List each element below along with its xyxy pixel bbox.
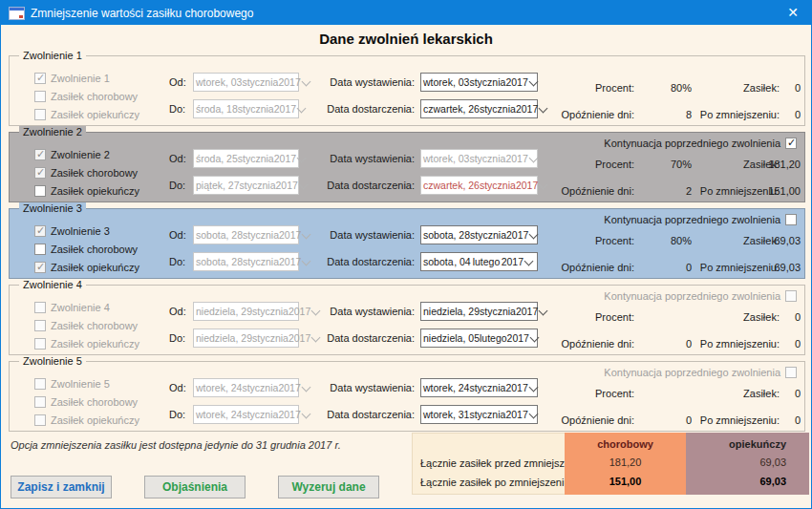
po-zmniejszeniu-value: 151,00 [747,185,801,197]
date-day: wtorek [423,409,453,420]
date-day: sobota [423,256,454,267]
date-year: 2017 [279,256,301,267]
date-num: , 28 [226,229,244,241]
section-title: Zwolnienie 5 [19,355,86,367]
chevron-down-icon [301,77,310,87]
do-label: Do: [169,409,185,420]
date-day: wtorek [196,382,225,393]
data-dostarczenia-select[interactable]: czwartek , 26 stycznia 2017 [420,99,538,118]
date-num: , 29 [235,332,252,344]
date-year: 2017 [502,256,524,267]
do-date-select[interactable]: wtorek , 24 stycznia 2017 [193,405,299,424]
kontynuacja-checkbox[interactable]: Kontynuacja poprzedniego zwolnienia [604,214,797,225]
opoznienie-value: 2 [644,185,692,197]
date-day: wtorek [423,76,453,88]
zasilek-opiekunczy-checkbox[interactable]: Zasiłek opiekuńczy [34,262,139,273]
data-wystawienia-select[interactable]: sobota , 28 stycznia 2017 [420,225,538,244]
date-day: czwartek [423,103,462,115]
close-icon[interactable]: ✕ [782,1,803,25]
zasilek-opiekunczy-checkbox[interactable]: Zasiłek opiekuńczy [34,185,139,197]
data-wystawienia-label: Data wystawienia: [311,76,415,88]
zasilek-opiekunczy-checkbox[interactable]: Zasiłek opiekuńczy [34,414,139,426]
od-date-select[interactable]: środa , 25 stycznia 2017 [193,149,299,168]
date-num: , 24 [453,382,470,393]
do-date-select[interactable]: środa , 18 stycznia 2017 [193,99,299,118]
zasilek-opiekunczy-checkbox[interactable]: Zasiłek opiekuńczy [34,109,139,120]
data-wystawienia-select[interactable]: niedziela , 29 stycznia 2017 [420,302,538,321]
opoznienie-label: Opóźnienie dni: [554,414,634,426]
checkbox-label: Zasiłek chorobowy [51,167,138,179]
page-title: Dane zwolnień lekarskich [1,31,811,47]
date-year: 2017 [278,76,300,88]
od-date-select[interactable]: sobota , 28 stycznia 2017 [193,225,299,244]
chorobowy-przed-value: 181,20 [565,456,686,468]
zwolnienie-checkbox[interactable]: Zwolnienie 2 [34,149,110,160]
objasnienia-button[interactable]: Objaśnienia [144,476,246,498]
data-wystawienia-select[interactable]: wtorek , 24 stycznia 2017 [420,378,538,397]
kontynuacja-checkbox[interactable]: Kontynuacja poprzedniego zwolnienia [604,290,797,302]
zwolnienie-checkbox[interactable]: Zwolnienie 5 [34,378,110,390]
kontynuacja-checkbox[interactable]: Kontynuacja poprzedniego zwolnienia [604,138,797,149]
checkbox-indicator [34,109,46,120]
date-month: stycznia [242,382,278,393]
do-date-select[interactable]: piątek , 27 stycznia 2017 [193,176,299,195]
chevron-down-icon [538,104,547,114]
wyzeruj-dane-button[interactable]: Wyzeruj dane [278,476,379,498]
date-num: , 31 [453,409,470,420]
do-date-select[interactable]: sobota , 28 stycznia 2017 [193,252,299,271]
zasilek-value: 0 [747,82,801,94]
zasilek-chorobowy-checkbox[interactable]: Zasiłek chorobowy [34,244,138,255]
zasilek-chorobowy-checkbox[interactable]: Zasiłek chorobowy [34,396,138,408]
data-dostarczenia-select[interactable]: wtorek , 31 stycznia 2017 [420,405,538,424]
section-title: Zwolnienie 4 [19,279,86,290]
chevron-down-icon [538,180,547,190]
do-date-select[interactable]: niedziela , 29 stycznia 2017 [193,329,299,348]
zasilek-chorobowy-checkbox[interactable]: Zasiłek chorobowy [34,167,138,179]
date-day: sobota [196,256,226,267]
zapisz-i-zamknij-button[interactable]: Zapisz i zamknij [11,476,112,498]
chevron-down-icon [528,383,538,392]
procent-value: 80% [644,82,692,94]
zwolnienie-checkbox[interactable]: Zwolnienie 1 [34,73,110,84]
checkbox-label: Zwolnienie 3 [51,225,110,237]
checkbox-indicator [785,138,797,149]
date-year: 2017 [279,229,301,241]
od-date-select[interactable]: wtorek , 03 stycznia 2017 [193,73,299,92]
od-date-select[interactable]: wtorek , 24 stycznia 2017 [193,378,299,397]
checkbox-indicator [785,367,797,378]
po-zmniejszeniu-value: 69,03 [747,262,801,273]
chorobowy-column: chorobowy 181,20 151,00 [565,433,686,495]
checkbox-label: Kontynuacja poprzedniego zwolnienia [604,290,780,302]
data-wystawienia-label: Data wystawienia: [311,153,415,164]
date-num: , 25 [221,153,238,164]
app-icon [9,7,25,20]
zasilek-opiekunczy-checkbox[interactable]: Zasiłek opiekuńczy [34,338,139,350]
zasilek-chorobowy-checkbox[interactable]: Zasiłek chorobowy [34,91,138,102]
chevron-down-icon [529,333,539,343]
procent-label: Procent: [554,159,634,170]
zasilek-value: 0 [747,311,801,323]
date-year: 2017 [278,382,300,393]
data-dostarczenia-select[interactable]: niedziela , 05 lutego 2017 [420,329,538,348]
window-title: Zmniejszenie wartości zasiłku choroboweg… [31,7,253,20]
po-zmniejszeniu-value: 0 [747,414,801,426]
date-month: stycznia [480,180,516,191]
date-year: 2017 [505,76,527,88]
data-wystawienia-select[interactable]: wtorek , 03 stycznia 2017 [420,149,538,168]
checkbox-indicator [785,214,797,225]
od-date-select[interactable]: niedziela , 29 stycznia 2017 [193,302,299,321]
data-wystawienia-select[interactable]: wtorek , 03 stycznia 2017 [420,73,538,92]
date-day: niedziela [196,306,235,317]
kontynuacja-checkbox[interactable]: Kontynuacja poprzedniego zwolnienia [604,367,797,378]
date-year: 2017 [288,306,310,317]
data-dostarczenia-select[interactable]: czwartek , 26 stycznia 2017 [420,176,538,195]
zasilek-chorobowy-checkbox[interactable]: Zasiłek chorobowy [34,320,138,331]
date-year: 2017 [274,103,296,115]
zwolnienie-checkbox[interactable]: Zwolnienie 4 [34,302,110,313]
data-dostarczenia-select[interactable]: sobota , 04 lutego 2017 [420,252,538,271]
zwolnienie-checkbox[interactable]: Zwolnienie 3 [34,225,110,237]
date-num: , 03 [225,76,243,88]
po-zmniejszeniu-value: 0 [747,338,801,350]
opoznienie-value: 0 [644,262,692,273]
summary-panel: Łącznie zasiłek przed zmniejszeniem: Łąc… [412,433,808,495]
